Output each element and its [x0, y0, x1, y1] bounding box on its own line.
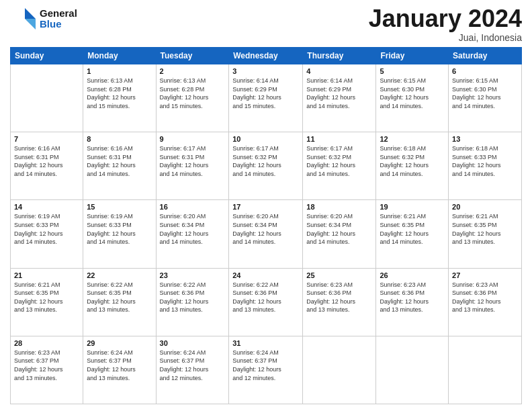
day-number: 27	[452, 271, 518, 279]
day-number: 4	[306, 67, 372, 75]
day-info: Sunrise: 6:20 AMSunset: 6:34 PMDaylight:…	[160, 212, 226, 246]
day-number: 20	[452, 203, 518, 211]
day-info: Sunrise: 6:21 AMSunset: 6:35 PMDaylight:…	[452, 212, 518, 246]
calendar-cell: 19Sunrise: 6:21 AMSunset: 6:35 PMDayligh…	[376, 200, 449, 268]
day-number: 8	[87, 135, 152, 143]
calendar-week-row: 14Sunrise: 6:19 AMSunset: 6:33 PMDayligh…	[11, 200, 522, 268]
calendar-week-row: 21Sunrise: 6:21 AMSunset: 6:35 PMDayligh…	[11, 268, 522, 336]
calendar-cell: 21Sunrise: 6:21 AMSunset: 6:35 PMDayligh…	[11, 268, 83, 336]
day-info: Sunrise: 6:22 AMSunset: 6:35 PMDaylight:…	[87, 281, 152, 314]
logo: GeneralBlue	[10, 7, 77, 31]
day-info: Sunrise: 6:13 AMSunset: 6:28 PMDaylight:…	[160, 77, 226, 110]
day-info: Sunrise: 6:23 AMSunset: 6:37 PMDaylight:…	[14, 349, 79, 382]
day-number: 5	[380, 67, 445, 75]
day-info: Sunrise: 6:18 AMSunset: 6:33 PMDaylight:…	[452, 144, 518, 178]
day-info: Sunrise: 6:24 AMSunset: 6:37 PMDaylight:…	[232, 349, 299, 382]
header: GeneralBlue January 2024 Juai, Indonesia	[10, 7, 522, 43]
day-info: Sunrise: 6:20 AMSunset: 6:34 PMDaylight:…	[232, 212, 299, 246]
calendar-cell	[303, 336, 376, 404]
logo-general-text: General	[40, 8, 77, 19]
day-number: 12	[380, 135, 445, 143]
day-info: Sunrise: 6:16 AMSunset: 6:31 PMDaylight:…	[87, 144, 152, 178]
day-number: 10	[232, 135, 299, 143]
day-info: Sunrise: 6:19 AMSunset: 6:33 PMDaylight:…	[14, 212, 79, 246]
col-header-sunday: Sunday	[11, 48, 83, 64]
calendar-cell: 26Sunrise: 6:23 AMSunset: 6:36 PMDayligh…	[376, 268, 449, 336]
calendar-cell: 12Sunrise: 6:18 AMSunset: 6:32 PMDayligh…	[376, 132, 449, 200]
calendar-cell: 24Sunrise: 6:22 AMSunset: 6:36 PMDayligh…	[229, 268, 303, 336]
calendar-cell: 17Sunrise: 6:20 AMSunset: 6:34 PMDayligh…	[229, 200, 303, 268]
day-number: 30	[160, 339, 226, 347]
calendar-cell: 30Sunrise: 6:24 AMSunset: 6:37 PMDayligh…	[156, 336, 229, 404]
day-info: Sunrise: 6:22 AMSunset: 6:36 PMDaylight:…	[160, 281, 226, 314]
calendar-cell: 28Sunrise: 6:23 AMSunset: 6:37 PMDayligh…	[11, 336, 83, 404]
day-number: 11	[306, 135, 372, 143]
day-number: 21	[14, 271, 79, 279]
title-block: January 2024 Juai, Indonesia	[369, 7, 522, 43]
calendar-cell: 16Sunrise: 6:20 AMSunset: 6:34 PMDayligh…	[156, 200, 229, 268]
day-info: Sunrise: 6:22 AMSunset: 6:36 PMDaylight:…	[232, 281, 299, 314]
location: Juai, Indonesia	[369, 32, 522, 43]
day-info: Sunrise: 6:23 AMSunset: 6:36 PMDaylight:…	[380, 281, 445, 314]
calendar-cell: 6Sunrise: 6:15 AMSunset: 6:30 PMDaylight…	[449, 64, 522, 132]
day-number: 17	[232, 203, 299, 211]
calendar-cell: 18Sunrise: 6:20 AMSunset: 6:34 PMDayligh…	[303, 200, 376, 268]
day-info: Sunrise: 6:17 AMSunset: 6:32 PMDaylight:…	[232, 144, 299, 178]
day-number: 3	[232, 67, 299, 75]
day-number: 28	[14, 339, 79, 347]
calendar-cell: 27Sunrise: 6:23 AMSunset: 6:36 PMDayligh…	[449, 268, 522, 336]
day-number: 25	[306, 271, 372, 279]
calendar-week-row: 7Sunrise: 6:16 AMSunset: 6:31 PMDaylight…	[11, 132, 522, 200]
calendar-cell: 7Sunrise: 6:16 AMSunset: 6:31 PMDaylight…	[11, 132, 83, 200]
calendar-cell: 9Sunrise: 6:17 AMSunset: 6:31 PMDaylight…	[156, 132, 229, 200]
day-number: 1	[87, 67, 152, 75]
day-info: Sunrise: 6:24 AMSunset: 6:37 PMDaylight:…	[87, 349, 152, 382]
col-header-friday: Friday	[376, 48, 449, 64]
day-number: 29	[87, 339, 152, 347]
day-number: 9	[160, 135, 226, 143]
day-info: Sunrise: 6:18 AMSunset: 6:32 PMDaylight:…	[380, 144, 445, 178]
calendar-cell: 25Sunrise: 6:23 AMSunset: 6:36 PMDayligh…	[303, 268, 376, 336]
calendar-cell: 4Sunrise: 6:14 AMSunset: 6:29 PMDaylight…	[303, 64, 376, 132]
svg-marker-1	[25, 8, 36, 19]
day-number: 31	[232, 339, 299, 347]
calendar-cell: 15Sunrise: 6:19 AMSunset: 6:33 PMDayligh…	[83, 200, 156, 268]
day-number: 18	[306, 203, 372, 211]
day-number: 26	[380, 271, 445, 279]
day-info: Sunrise: 6:16 AMSunset: 6:31 PMDaylight:…	[14, 144, 79, 178]
calendar-cell: 31Sunrise: 6:24 AMSunset: 6:37 PMDayligh…	[229, 336, 303, 404]
calendar-cell: 20Sunrise: 6:21 AMSunset: 6:35 PMDayligh…	[449, 200, 522, 268]
calendar-cell: 5Sunrise: 6:15 AMSunset: 6:30 PMDaylight…	[376, 64, 449, 132]
calendar-cell: 1Sunrise: 6:13 AMSunset: 6:28 PMDaylight…	[83, 64, 156, 132]
logo-blue-text: Blue	[40, 19, 77, 30]
calendar-cell: 3Sunrise: 6:14 AMSunset: 6:29 PMDaylight…	[229, 64, 303, 132]
calendar-week-row: 28Sunrise: 6:23 AMSunset: 6:37 PMDayligh…	[11, 336, 522, 404]
day-number: 16	[160, 203, 226, 211]
day-info: Sunrise: 6:17 AMSunset: 6:32 PMDaylight:…	[306, 144, 372, 178]
col-header-saturday: Saturday	[449, 48, 522, 64]
day-info: Sunrise: 6:20 AMSunset: 6:34 PMDaylight:…	[306, 212, 372, 246]
day-number: 19	[380, 203, 445, 211]
calendar-cell: 11Sunrise: 6:17 AMSunset: 6:32 PMDayligh…	[303, 132, 376, 200]
day-number: 14	[14, 203, 79, 211]
day-info: Sunrise: 6:21 AMSunset: 6:35 PMDaylight:…	[14, 281, 79, 314]
calendar-cell: 23Sunrise: 6:22 AMSunset: 6:36 PMDayligh…	[156, 268, 229, 336]
day-number: 7	[14, 135, 79, 143]
calendar-cell: 14Sunrise: 6:19 AMSunset: 6:33 PMDayligh…	[11, 200, 83, 268]
calendar-table: SundayMondayTuesdayWednesdayThursdayFrid…	[10, 47, 522, 404]
day-info: Sunrise: 6:13 AMSunset: 6:28 PMDaylight:…	[87, 77, 152, 110]
day-info: Sunrise: 6:15 AMSunset: 6:30 PMDaylight:…	[452, 77, 518, 110]
col-header-tuesday: Tuesday	[156, 48, 229, 64]
day-number: 22	[87, 271, 152, 279]
day-number: 24	[232, 271, 299, 279]
calendar-cell	[449, 336, 522, 404]
calendar-cell	[376, 336, 449, 404]
calendar-cell: 29Sunrise: 6:24 AMSunset: 6:37 PMDayligh…	[83, 336, 156, 404]
calendar-cell: 10Sunrise: 6:17 AMSunset: 6:32 PMDayligh…	[229, 132, 303, 200]
day-info: Sunrise: 6:21 AMSunset: 6:35 PMDaylight:…	[380, 212, 445, 246]
day-number: 6	[452, 67, 518, 75]
day-info: Sunrise: 6:23 AMSunset: 6:36 PMDaylight:…	[306, 281, 372, 314]
calendar-header-row: SundayMondayTuesdayWednesdayThursdayFrid…	[11, 48, 522, 64]
day-info: Sunrise: 6:23 AMSunset: 6:36 PMDaylight:…	[452, 281, 518, 314]
col-header-monday: Monday	[83, 48, 156, 64]
